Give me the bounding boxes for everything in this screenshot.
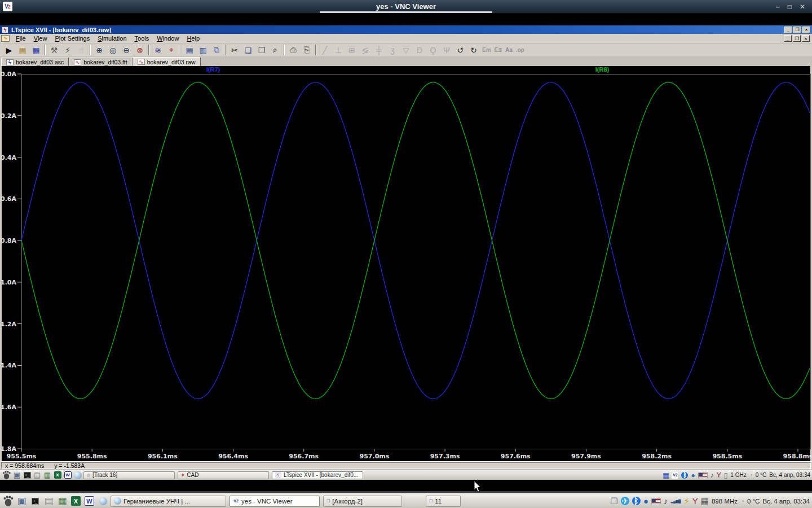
us-flag-tray-icon[interactable] — [651, 498, 661, 504]
menu-window[interactable]: Window — [153, 34, 183, 42]
zoom-out-icon[interactable]: ⊖ — [120, 44, 133, 56]
paste-icon[interactable]: ❒ — [255, 44, 268, 56]
card-reader-tray-icon[interactable]: ▯ — [724, 471, 728, 479]
mdi-close-icon[interactable]: × — [802, 35, 810, 42]
tab-bokarev_dif03.fft[interactable]: ∿bokarev_dif03.fft — [69, 58, 132, 66]
screenshot-launcher[interactable]: ▣ — [14, 471, 20, 479]
undo-icon[interactable]: ↺ — [453, 44, 467, 56]
menu-help[interactable]: Help — [183, 34, 204, 42]
minimize-icon[interactable]: _ — [784, 27, 792, 33]
terminal-launcher[interactable]: ›_ — [23, 471, 32, 479]
restore-icon[interactable]: ❐ — [793, 27, 801, 33]
menu-plot-settings[interactable]: Plot Settings — [51, 34, 94, 42]
taskbar-task-vnc-icon[interactable]: V2yes - VNC Viewer — [230, 496, 320, 507]
cut-icon[interactable]: ✂ — [228, 44, 241, 56]
find-icon[interactable]: ⌕ — [268, 44, 282, 56]
redo-icon[interactable]: ↻ — [467, 44, 480, 56]
wine-tray-icon[interactable]: Y — [717, 471, 721, 479]
zoom-area-icon[interactable]: ◎ — [106, 44, 120, 56]
waveform-chart[interactable]: 0.0A-0.2A-0.4A-0.6A-0.8A-1.0A-1.2A-1.4A-… — [0, 66, 812, 461]
water-drop-tray-icon[interactable]: ● — [691, 471, 695, 479]
screenshot-launcher[interactable]: ▣ — [16, 496, 28, 507]
menu-file[interactable]: File — [12, 34, 30, 42]
volume-tray-icon[interactable]: ♪ — [664, 496, 668, 506]
mark-data-points-icon[interactable]: ⌖ — [165, 44, 178, 56]
word-launcher[interactable]: W — [85, 496, 94, 506]
menu-view[interactable]: View — [30, 34, 51, 42]
close-icon[interactable]: × — [802, 27, 810, 33]
us-flag-tray-icon[interactable] — [698, 472, 708, 478]
run-icon[interactable]: ⚡ — [61, 44, 74, 56]
screenshot-launcher[interactable]: ▣ — [12, 471, 21, 479]
clock[interactable]: Вс, 4 апр, 03:34 — [762, 498, 810, 505]
battery-tray-icon[interactable]: ⚡ — [683, 496, 690, 506]
trace-I(R8)[interactable] — [21, 82, 810, 399]
terminal-launcher[interactable]: ›_ — [24, 472, 31, 479]
taskbar-task-cad-app-icon[interactable]: ❖CAD — [178, 471, 269, 479]
word-launcher[interactable]: W — [64, 471, 72, 479]
trace-I(R7)[interactable] — [21, 82, 810, 399]
globe-launcher[interactable] — [99, 497, 107, 505]
waveform-plot[interactable]: 0.0A-0.2A-0.4A-0.6A-0.8A-1.0A-1.2A-1.4A-… — [0, 66, 812, 461]
terminal-launcher[interactable]: ›_ — [32, 498, 39, 505]
autorange-icon[interactable]: ≋ — [151, 44, 165, 56]
taskbar-task-browser-icon[interactable]: Германиевые УНЧ | ... — [111, 496, 226, 507]
archive-launcher[interactable]: ▤ — [44, 495, 53, 507]
tab-bokarev_dif03.asc[interactable]: ϟbokarev_dif03.asc — [1, 58, 69, 66]
menu-simulation[interactable]: Simulation — [94, 34, 130, 42]
taskbar-task-folder-icon[interactable]: ❒11 — [426, 496, 461, 507]
tile-vertical-icon[interactable]: ▥ — [196, 44, 210, 56]
volume-tray-icon[interactable]: ♪ — [710, 471, 714, 479]
gnome-footprint-menu-icon[interactable] — [2, 495, 14, 507]
taskbar-task-folder-icon[interactable]: ❒[Аккорд-2] — [323, 496, 402, 507]
calculator-launcher[interactable]: ▦ — [58, 495, 67, 507]
vnc-tray-icon[interactable]: V2 — [672, 472, 678, 479]
print-icon[interactable]: ⎙ — [286, 44, 300, 56]
vnc-toolbar-reveal-strip[interactable] — [320, 11, 492, 13]
taskbar-task-ltspice-icon[interactable]: ϟLTspice XVII - [bokarev_dif0... — [272, 471, 363, 479]
halt-icon[interactable]: ☝ — [74, 44, 88, 56]
close-icon[interactable]: ✕ — [800, 3, 805, 11]
cascade-windows-icon[interactable]: ⧉ — [210, 44, 223, 56]
maximize-icon[interactable]: □ — [788, 3, 792, 11]
gnome-footprint-menu-icon[interactable] — [2, 470, 11, 480]
trace-name-label[interactable]: I(R8) — [595, 66, 609, 73]
save-session-tray-icon[interactable]: ▦ — [663, 471, 669, 479]
open-icon[interactable]: ▤ — [16, 44, 29, 56]
water-drop-tray-icon[interactable]: ● — [643, 496, 648, 506]
signal-bars-tray-icon[interactable]: ▂▄▆█ — [670, 499, 681, 503]
file-manager-tray-icon[interactable]: ❒ — [610, 496, 617, 506]
calculator-launcher[interactable]: ▦ — [56, 496, 68, 507]
bluetooth-tray-icon[interactable]: ᛒ — [632, 497, 641, 505]
new-schematic-icon[interactable]: ▶ — [2, 44, 16, 56]
memory-chip-tray-icon[interactable]: ▦ — [701, 496, 709, 506]
bluetooth-tray-icon[interactable]: ᛒ — [681, 472, 688, 479]
calculator-launcher[interactable]: ▦ — [44, 471, 51, 479]
print-preview-icon[interactable]: ⎘ — [300, 44, 314, 56]
save-icon[interactable]: ▦ — [29, 44, 43, 56]
control-panel-icon[interactable]: ⚒ — [47, 44, 61, 56]
excel-launcher[interactable]: X — [54, 471, 61, 479]
screenshot-launcher[interactable]: ▣ — [17, 495, 26, 507]
tile-horizontal-icon[interactable]: ▤ — [183, 44, 196, 56]
word-launcher[interactable]: W — [83, 496, 95, 507]
menu-tools[interactable]: Tools — [131, 34, 153, 42]
zoom-full-icon[interactable]: ⊗ — [133, 44, 147, 56]
globe-launcher[interactable] — [74, 471, 82, 479]
wine-tray-icon[interactable]: Y — [692, 496, 698, 506]
mdi-minimize-icon[interactable]: _ — [784, 35, 792, 42]
ltspice-titlebar[interactable]: ϟ LTspice XVII - [bokarev_dif03.raw] _ ❐… — [0, 25, 812, 34]
excel-launcher[interactable]: X — [70, 496, 82, 507]
archive-launcher[interactable]: ▤ — [34, 471, 41, 479]
telegram-tray-icon[interactable]: ✈ — [621, 497, 629, 505]
excel-launcher[interactable]: X — [71, 496, 81, 506]
excel-launcher[interactable]: X — [53, 471, 62, 479]
mdi-document-icon[interactable]: ∿ — [1, 35, 10, 42]
trace-name-label[interactable]: I(R7) — [206, 66, 220, 73]
mdi-restore-icon[interactable]: ❐ — [793, 35, 801, 42]
minimize-icon[interactable]: – — [776, 3, 780, 11]
copy-icon[interactable]: ❏ — [241, 44, 255, 56]
word-launcher[interactable]: W — [63, 471, 72, 479]
terminal-launcher[interactable]: ›_ — [29, 496, 41, 507]
globe-launcher[interactable] — [97, 496, 109, 507]
